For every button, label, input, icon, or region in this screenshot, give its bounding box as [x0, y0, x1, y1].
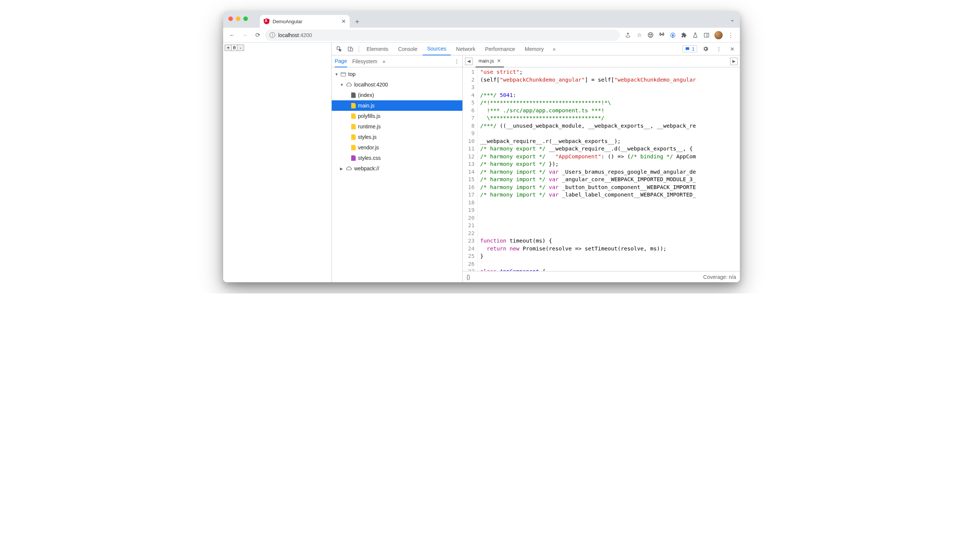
js-file-icon [351, 103, 356, 108]
extension-icon-1[interactable] [647, 32, 654, 39]
svg-point-2 [651, 34, 652, 35]
navigator-more-icon[interactable]: » [383, 58, 386, 65]
new-tab-button[interactable]: ＋ [352, 16, 362, 27]
css-file-icon [351, 155, 356, 161]
editor-tabs: ◀ main.js ✕ ▶ [463, 55, 740, 67]
code-content[interactable]: "use strict"; (self["webpackChunkdemo_an… [478, 67, 740, 271]
window-controls [229, 16, 248, 21]
tree-file-index[interactable]: (index) [332, 90, 462, 100]
editor-tab-label: main.js [478, 58, 494, 64]
svg-rect-7 [704, 33, 709, 37]
issues-count: 1 [692, 46, 694, 52]
url-host: localhost [278, 32, 299, 38]
devtools-toolbar: Elements Console Sources Network Perform… [332, 43, 740, 55]
tab-sources[interactable]: Sources [423, 43, 451, 55]
side-panel-icon[interactable] [703, 32, 710, 39]
code-editor[interactable]: 1 2 3 4 5 6 7 8 9 10 11 12 13 14 15 16 1… [463, 67, 740, 271]
js-file-icon [351, 134, 356, 140]
more-tabs-icon[interactable]: » [549, 46, 559, 52]
line-gutter: 1 2 3 4 5 6 7 8 9 10 11 12 13 14 15 16 1… [463, 67, 478, 271]
navigator-tabs: Page Filesystem » ⋮ [332, 55, 462, 67]
editor-footer: {} Coverage: n/a [463, 271, 740, 282]
close-devtools-icon[interactable]: ✕ [727, 46, 738, 52]
browser-window: DemoAngular ✕ ＋ ⌄ ← → ⟳ i localhost:4200… [223, 11, 740, 282]
rendered-page: + 0 - [223, 43, 332, 282]
labs-icon[interactable] [692, 32, 699, 39]
svg-point-3 [659, 34, 661, 35]
tab-title: DemoAngular [272, 19, 303, 24]
editor-nav-back-icon[interactable]: ◀ [465, 58, 472, 65]
cloud-icon [346, 165, 352, 172]
tree-origin[interactable]: ▼ localhost:4200 [332, 79, 462, 90]
settings-icon[interactable] [700, 46, 711, 52]
bookmark-icon[interactable]: ☆ [636, 32, 642, 39]
tree-file-styles-css[interactable]: styles.css [332, 153, 462, 163]
svg-point-6 [672, 34, 674, 36]
svg-point-4 [662, 34, 663, 35]
tab-console[interactable]: Console [394, 43, 422, 55]
minimize-window-button[interactable] [236, 16, 240, 21]
tree-file-vendor[interactable]: vendor.js [332, 142, 462, 153]
close-editor-tab-icon[interactable]: ✕ [497, 58, 501, 64]
chrome-menu-icon[interactable]: ⋮ [727, 32, 734, 39]
tree-webpack[interactable]: ▶ webpack:// [332, 163, 462, 174]
pretty-print-icon[interactable]: {} [467, 274, 470, 280]
navigator-tab-filesystem[interactable]: Filesystem [352, 58, 378, 65]
content-area: + 0 - Elements Console Sources Network [223, 43, 740, 282]
editor-pane: ◀ main.js ✕ ▶ 1 2 3 4 5 6 7 8 9 10 11 12… [463, 55, 740, 282]
browser-tab[interactable]: DemoAngular ✕ [260, 15, 350, 28]
site-info-icon[interactable]: i [269, 32, 275, 38]
js-file-icon [351, 113, 356, 119]
tab-strip: DemoAngular ✕ ＋ ⌄ [223, 11, 740, 28]
editor-nav-forward-icon[interactable]: ▶ [730, 58, 738, 65]
extension-icon-3[interactable] [670, 32, 676, 39]
tree-file-main[interactable]: main.js [332, 100, 462, 111]
tab-elements[interactable]: Elements [362, 43, 393, 55]
sources-navigator: Page Filesystem » ⋮ ▼ top ▼ [332, 55, 463, 282]
coverage-label: Coverage: n/a [703, 274, 736, 280]
tree-file-runtime[interactable]: runtime.js [332, 121, 462, 132]
tab-network[interactable]: Network [452, 43, 480, 55]
devtools: Elements Console Sources Network Perform… [332, 43, 740, 282]
file-icon [351, 92, 356, 98]
device-toolbar-icon[interactable] [345, 46, 356, 52]
tab-search-button[interactable]: ⌄ [730, 16, 734, 23]
counter-widget: + 0 - [225, 45, 244, 51]
tree-frame-top[interactable]: ▼ top [332, 69, 462, 79]
decrement-button[interactable]: - [237, 45, 244, 50]
back-button[interactable]: ← [227, 30, 237, 40]
address-bar[interactable]: i localhost:4200 [265, 29, 620, 41]
close-window-button[interactable] [229, 16, 233, 21]
navigator-tab-page[interactable]: Page [335, 55, 347, 67]
extension-icon-2[interactable] [658, 32, 665, 39]
increment-button[interactable]: + [225, 45, 232, 50]
svg-rect-11 [350, 48, 353, 51]
inspect-element-icon[interactable] [334, 46, 344, 52]
angular-favicon [264, 18, 269, 24]
js-file-icon [351, 145, 356, 151]
extensions-icon[interactable] [681, 32, 687, 39]
maximize-window-button[interactable] [243, 16, 248, 21]
js-file-icon [351, 124, 356, 129]
toolbar-actions: ☆ ⋮ [622, 31, 736, 39]
svg-point-1 [649, 34, 650, 35]
file-tree: ▼ top ▼ localhost:4200 [332, 67, 462, 282]
devtools-menu-icon[interactable]: ⋮ [713, 46, 724, 52]
share-icon[interactable] [624, 32, 631, 39]
tree-file-polyfills[interactable]: polyfills.js [332, 111, 462, 121]
editor-tab[interactable]: main.js ✕ [475, 55, 504, 67]
tree-file-styles-js[interactable]: styles.js [332, 132, 462, 142]
svg-point-0 [648, 32, 653, 37]
forward-button[interactable]: → [240, 30, 250, 40]
reload-button[interactable]: ⟳ [252, 30, 263, 40]
url-port: :4200 [299, 32, 312, 38]
issues-badge[interactable]: 1 [682, 45, 697, 52]
navigator-menu-icon[interactable]: ⋮ [454, 58, 459, 65]
close-tab-button[interactable]: ✕ [342, 18, 346, 24]
devtools-body: Page Filesystem » ⋮ ▼ top ▼ [332, 55, 740, 282]
counter-value: 0 [232, 45, 237, 50]
tab-performance[interactable]: Performance [480, 43, 519, 55]
profile-avatar[interactable] [714, 31, 723, 39]
frame-icon [341, 72, 346, 76]
tab-memory[interactable]: Memory [520, 43, 548, 55]
